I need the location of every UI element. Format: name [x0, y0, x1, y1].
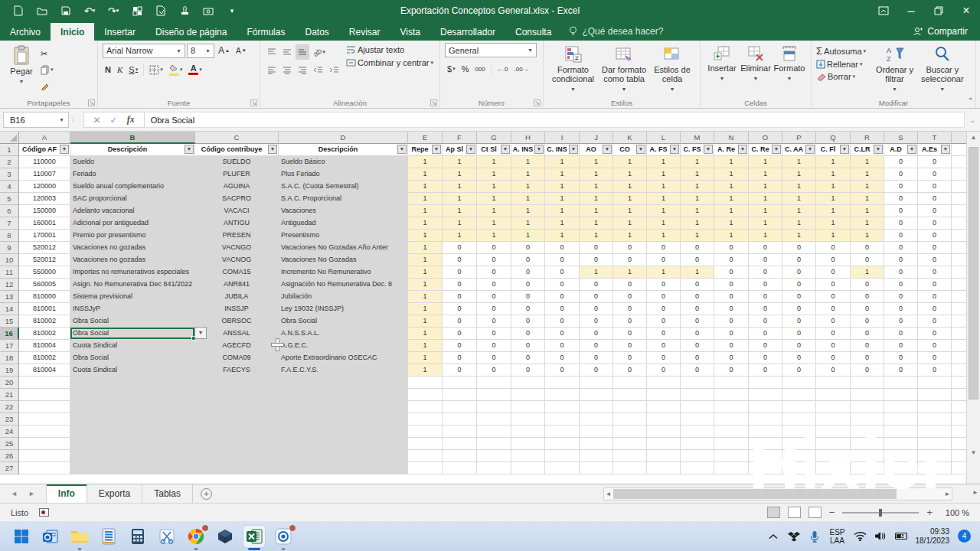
- cell[interactable]: 0: [647, 340, 681, 352]
- cell[interactable]: 0: [681, 315, 714, 328]
- table-icon[interactable]: [131, 5, 143, 17]
- cell[interactable]: 0: [443, 352, 477, 364]
- cell[interactable]: 0: [681, 364, 714, 377]
- cell[interactable]: 1: [681, 205, 714, 217]
- cell[interactable]: 1: [851, 156, 884, 168]
- row-header[interactable]: 1: [0, 144, 19, 156]
- cell[interactable]: AGECFD: [195, 340, 279, 352]
- cell[interactable]: JUBILA: [195, 291, 279, 303]
- row-header[interactable]: 19: [0, 364, 19, 377]
- vertical-scrollbar[interactable]: ▲ ▼: [966, 132, 980, 484]
- cell[interactable]: 0: [511, 279, 545, 291]
- cell[interactable]: 0: [851, 303, 884, 315]
- cell[interactable]: 0: [782, 266, 816, 279]
- scroll-down-icon[interactable]: ▼: [967, 447, 980, 459]
- field-header[interactable]: C. AA▼: [782, 144, 816, 156]
- cell[interactable]: 0: [884, 315, 918, 328]
- cell[interactable]: 170001: [19, 230, 70, 242]
- cell[interactable]: 1: [408, 364, 443, 377]
- field-header[interactable]: C. INS▼: [545, 144, 580, 156]
- cell[interactable]: 0: [918, 181, 952, 193]
- cell[interactable]: 0: [545, 291, 580, 303]
- cell[interactable]: A.N.S.S.A.L.: [279, 328, 408, 340]
- cell[interactable]: OBRSOC: [195, 315, 279, 328]
- cell[interactable]: ANR841: [195, 279, 279, 291]
- cell[interactable]: Asignación No Remunerativa Dec. 8: [279, 279, 408, 291]
- cell[interactable]: 1: [511, 230, 545, 242]
- chrome-icon[interactable]: [185, 526, 207, 547]
- language-indicator[interactable]: ESPLAA: [829, 528, 844, 545]
- cell[interactable]: 0: [443, 303, 477, 315]
- cell[interactable]: 0: [816, 266, 851, 279]
- scroll-right-icon[interactable]: ►: [943, 488, 952, 500]
- cell[interactable]: 0: [613, 340, 647, 352]
- cell[interactable]: 0: [647, 315, 681, 328]
- calculator-icon[interactable]: [127, 526, 149, 547]
- filter-button[interactable]: ▼: [185, 145, 194, 154]
- cell[interactable]: 0: [749, 303, 782, 315]
- cell[interactable]: 0: [443, 315, 477, 328]
- field-header[interactable]: Ct Sl▼: [477, 144, 511, 156]
- cell[interactable]: Vacaciones no gozadas: [70, 254, 195, 266]
- cell[interactable]: 1: [443, 168, 477, 181]
- cell[interactable]: 0: [816, 291, 851, 303]
- cell[interactable]: Plus Feriado: [279, 168, 408, 181]
- format-painter-button[interactable]: [38, 78, 56, 93]
- zoom-slider-thumb[interactable]: [879, 509, 882, 517]
- cell[interactable]: 0: [545, 315, 580, 328]
- cell[interactable]: 0: [580, 254, 613, 266]
- cell[interactable]: 0: [714, 303, 749, 315]
- cell[interactable]: 1: [408, 181, 443, 193]
- dialog-launcher-icon[interactable]: ↘: [430, 99, 437, 106]
- filter-button[interactable]: ▼: [874, 145, 883, 154]
- cell[interactable]: 0: [681, 291, 714, 303]
- cell[interactable]: Adicional por antiguedad: [70, 217, 195, 230]
- cell[interactable]: 1: [545, 193, 580, 205]
- cell[interactable]: 0: [714, 266, 749, 279]
- delete-cells-button[interactable]: Eliminar▼: [739, 43, 773, 86]
- cell[interactable]: 0: [918, 156, 952, 168]
- cell[interactable]: 0: [714, 291, 749, 303]
- cell[interactable]: 1: [443, 156, 477, 168]
- restore-button[interactable]: [925, 0, 952, 21]
- percent-button[interactable]: %: [459, 61, 472, 77]
- field-header[interactable]: CO▼: [613, 144, 647, 156]
- cell[interactable]: Adelanto vacacional: [70, 205, 195, 217]
- row-header[interactable]: 20: [0, 377, 19, 389]
- filter-button[interactable]: ▼: [397, 145, 407, 154]
- cell[interactable]: 0: [443, 340, 477, 352]
- minimize-button[interactable]: ─: [897, 0, 925, 21]
- cell[interactable]: 1: [477, 168, 511, 181]
- filter-button[interactable]: ▼: [268, 145, 277, 154]
- sheet-tab-info[interactable]: Info: [46, 484, 87, 503]
- cell[interactable]: 1: [580, 156, 613, 168]
- row-header[interactable]: 2: [0, 156, 19, 168]
- cell[interactable]: 0: [681, 279, 714, 291]
- cell[interactable]: 0: [511, 352, 545, 364]
- cell[interactable]: 1: [545, 217, 580, 230]
- row-header[interactable]: 27: [0, 462, 19, 474]
- cell[interactable]: 0: [477, 352, 511, 364]
- cell[interactable]: 0: [749, 340, 782, 352]
- cell[interactable]: Importes no remunerativos especiales: [70, 266, 195, 279]
- cell[interactable]: 1: [443, 181, 477, 193]
- cell[interactable]: 1: [580, 193, 613, 205]
- bold-button[interactable]: N: [103, 62, 113, 77]
- tab-insertar[interactable]: Insertar: [94, 23, 145, 41]
- cell[interactable]: Cuota Sindical: [70, 364, 195, 377]
- cell[interactable]: Vacaciones No Gozadas Año Anter: [279, 242, 408, 254]
- row-header[interactable]: 26: [0, 450, 19, 462]
- cell[interactable]: 0: [884, 279, 918, 291]
- row-header[interactable]: 11: [0, 266, 19, 279]
- cell[interactable]: 0: [816, 279, 851, 291]
- cell[interactable]: 0: [782, 291, 816, 303]
- cell[interactable]: 0: [782, 340, 816, 352]
- filter-button[interactable]: ▼: [772, 145, 781, 154]
- column-header-F[interactable]: F: [443, 132, 477, 144]
- cell[interactable]: 1: [714, 156, 749, 168]
- cell[interactable]: 0: [884, 217, 918, 230]
- cell[interactable]: 1: [408, 303, 443, 315]
- cell[interactable]: 1: [613, 181, 647, 193]
- filter-button[interactable]: ▼: [907, 145, 916, 154]
- cell[interactable]: Sueldo anual complementario: [70, 181, 195, 193]
